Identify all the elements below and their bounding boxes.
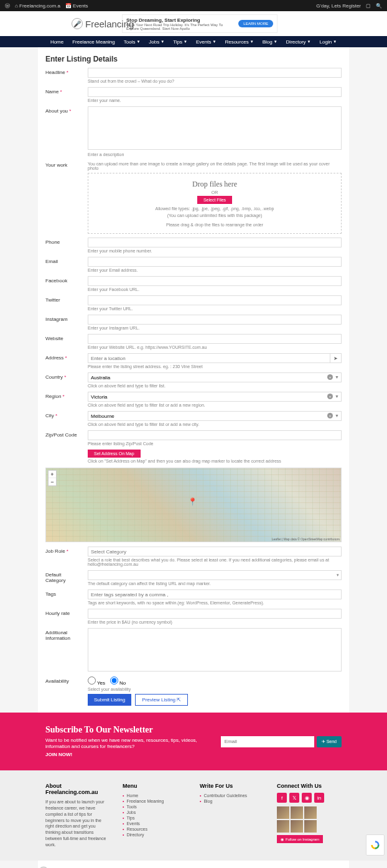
map-zoom[interactable]: +− [48,470,57,486]
addinfo-textarea[interactable] [88,628,342,672]
chevron-down-icon: ▼ [335,375,339,379]
phone-input[interactable] [88,238,342,247]
avail-yes[interactable]: Yes [88,676,105,686]
ad-banner[interactable]: Stop Dreaming, Start Exploring Book Your… [122,14,277,33]
wp-icon[interactable]: ⓦ [5,2,10,9]
defcat-select[interactable] [88,570,342,580]
chevron-down-icon: ▾ [337,573,339,578]
newsletter-send[interactable]: ✈ Send [317,736,342,747]
zip-input[interactable] [88,430,342,440]
newsletter-email[interactable] [221,736,314,747]
footer: About Freelancing.com.au If you are abou… [0,770,387,860]
greeting[interactable]: G'day, Lets Register [316,3,361,9]
map-pin-icon[interactable]: 📍 [188,497,197,506]
set-address-button[interactable]: Set Address On Map [88,450,141,458]
tags-input[interactable] [88,589,342,599]
nav-login[interactable]: Login▼ [320,39,337,45]
address-input[interactable] [88,353,330,363]
chevron-down-icon: ▼ [335,394,339,399]
facebook-input[interactable] [88,276,342,286]
avail-no[interactable]: No [110,676,126,686]
chevron-down-icon: ▼ [335,413,339,418]
admin-topbar: ⓦ ⌂ Freelancing.com.a 📅 Events G'day, Le… [0,0,387,11]
nav-home[interactable]: Home [50,39,63,45]
linkedin-icon[interactable]: in [314,793,324,803]
country-select[interactable] [88,372,342,382]
clear-icon[interactable]: × [327,394,333,399]
twitter-input[interactable] [88,295,342,305]
locate-icon[interactable]: ➤ [330,353,342,363]
nav-tools[interactable]: Tools▼ [124,39,141,45]
ad-cta[interactable]: LEARN MORE [238,20,273,27]
instagram-icon[interactable]: ◉ [302,793,312,803]
map[interactable]: +− 📍 Leaflet | Map data © OpenStreetMap … [45,468,342,542]
site-header: 🎤 Freelancing Stop Dreaming, Start Explo… [0,11,387,36]
instagram-input[interactable] [88,315,342,325]
site-link[interactable]: ⌂ Freelancing.com.a [15,3,60,9]
page-title: Enter Listing Details [38,52,349,66]
hourly-input[interactable] [88,609,342,619]
nav-meaning[interactable]: Freelance Meaning [72,39,114,45]
email-input[interactable] [88,257,342,267]
search-icon[interactable]: 🔍 [376,3,382,9]
recaptcha-badge [366,834,385,856]
nav-blog[interactable]: Blog▼ [263,39,277,45]
upload-dropzone[interactable]: Drop files here OR Select Files Allowed … [88,173,342,234]
twitter-icon[interactable]: 𝕏 [289,793,299,803]
facebook-icon[interactable]: f [277,793,287,803]
select-files-button[interactable]: Select Files [197,196,232,204]
jobrole-select[interactable] [88,547,342,556]
region-select[interactable] [88,392,342,402]
avatar-icon[interactable]: ▢ [366,3,371,9]
footer-menu-list: Home Freelance Meaning Tools Jobs Tips E… [123,793,187,838]
clear-icon[interactable]: × [327,413,333,418]
nav-tips[interactable]: Tips▼ [173,39,187,45]
city-select[interactable] [88,411,342,421]
nav-events[interactable]: Events▼ [196,39,216,45]
submit-button[interactable]: Submit Listing [88,694,131,706]
headline-input[interactable] [88,68,342,78]
preview-button[interactable]: Preview Listing ⇱ [135,694,188,706]
website-input[interactable] [88,334,342,344]
nav-resources[interactable]: Resources▼ [225,39,253,45]
logo[interactable]: 🎤 Freelancing [72,18,134,29]
clear-icon[interactable]: × [327,374,333,380]
logo-icon: 🎤 [72,18,83,29]
follow-instagram-button[interactable]: ◉ Follow on Instagram [277,835,323,843]
nav-directory[interactable]: Directory▼ [286,39,311,45]
name-input[interactable] [88,87,342,97]
instagram-feed[interactable] [277,806,342,833]
about-textarea[interactable] [88,106,342,150]
main-nav: Home Freelance Meaning Tools▼ Jobs▼ Tips… [0,36,387,47]
newsletter: Subscribe To Our Newsletter Want to be n… [0,713,387,770]
events-link[interactable]: 📅 Events [65,3,88,9]
nav-jobs[interactable]: Jobs▼ [149,39,164,45]
